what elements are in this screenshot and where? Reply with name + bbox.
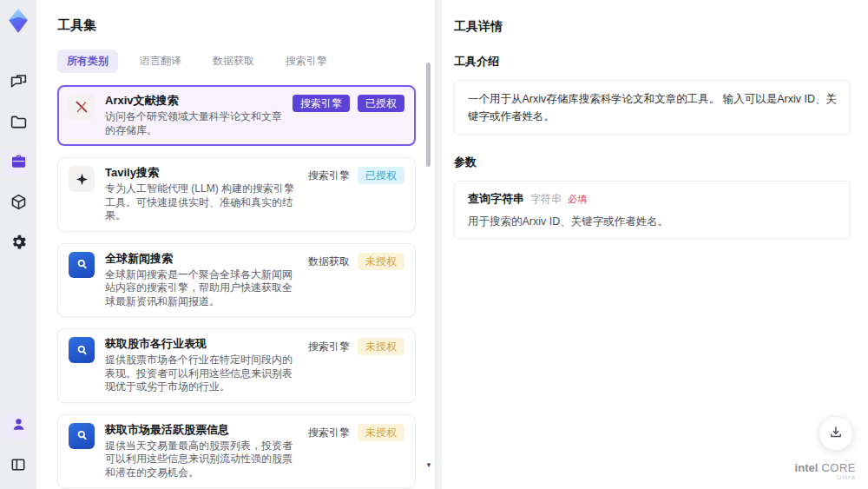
tool-name: Tavily搜索 [105,166,299,180]
tool-list: Arxiv文献搜索 访问各个研究领域大量科学论文和文章的存储库。 搜索引擎 已授… [57,85,416,489]
detail-title: 工具详情 [454,19,851,35]
tool-card[interactable]: Tavily搜索 专为人工智能代理 (LLM) 构建的搜索引擎工具。可快速提供实… [57,157,416,232]
list-scrollbar-thumb[interactable] [426,63,431,167]
params-heading: 参数 [454,155,851,170]
param-name: 查询字符串 [468,191,524,207]
panel-icon [10,456,27,476]
tool-meta: 搜索引擎 已授权 [293,94,404,112]
intel-core-sub: Ultra [795,474,856,482]
param-required-flag: 必填 [568,193,587,206]
category-tab[interactable]: 语言翻译 [130,50,191,73]
tool-meta: 搜索引擎 未授权 [308,337,404,355]
tool-detail-panel: 工具详情 工具介绍 一个用于从Arxiv存储库搜索科学论文和文章的工具。 输入可… [442,0,868,489]
tool-description: 全球新闻搜索是一个聚合全球各大新闻网站内容的搜索引擎，帮助用户快速获取全球最新资… [105,268,299,309]
tool-description: 专为人工智能代理 (LLM) 构建的搜索引擎工具。可快速提供实时、准确和真实的结… [105,182,299,223]
sidebar-item-settings[interactable] [5,230,31,256]
sidebar-item-account[interactable] [5,413,31,439]
tool-description: 访问各个研究领域大量科学论文和文章的存储库。 [105,110,284,137]
search-app-icon [69,252,95,278]
sidebar-item-models[interactable] [5,190,31,216]
tool-card[interactable]: Arxiv文献搜索 访问各个研究领域大量科学论文和文章的存储库。 搜索引擎 已授… [57,85,416,146]
search-app-icon [69,337,95,363]
gear-icon [10,233,28,254]
tool-info: Tavily搜索 专为人工智能代理 (LLM) 构建的搜索引擎工具。可快速提供实… [105,166,299,223]
intel-core-logo: intel CORE Ultra [795,462,856,482]
tool-card[interactable]: 获取市场最活跃股票信息 提供当天交易量最高的股票列表，投资者可以利用这些信息来识… [57,414,416,489]
sidebar-item-chat[interactable] [5,70,31,96]
tool-card[interactable]: 获取股市各行业表现 提供股票市场各个行业在特定时间段内的表现。投资者可以利用这些… [57,328,416,403]
tool-card[interactable]: 全球新闻搜索 全球新闻搜索是一个聚合全球各大新闻网站内容的搜索引擎，帮助用户快速… [57,243,416,318]
tool-name: 获取股市各行业表现 [105,337,299,351]
download-icon [828,425,844,443]
tool-meta: 搜索引擎 未授权 [308,423,404,441]
intro-box: 一个用于从Arxiv存储库搜索科学论文和文章的工具。 输入可以是Arxiv ID… [454,80,851,135]
arxiv-icon [69,94,95,120]
page-title: 工具集 [57,17,416,34]
category-tab[interactable]: 所有类别 [57,50,118,73]
tool-info: 获取市场最活跃股票信息 提供当天交易量最高的股票列表，投资者可以利用这些信息来识… [105,423,299,480]
tool-name: 全球新闻搜索 [105,252,299,266]
category-badge: 搜索引擎 [293,95,350,112]
app-logo[interactable] [7,9,30,36]
icon-rail [0,0,36,489]
auth-status-badge: 已授权 [358,95,404,112]
tool-name: 获取市场最活跃股票信息 [105,423,299,437]
category-badge: 搜索引擎 [308,167,350,184]
briefcase-icon [10,153,28,174]
intro-heading: 工具介绍 [454,54,851,69]
sidebar-item-tools[interactable] [5,150,31,176]
tool-info: 全球新闻搜索 全球新闻搜索是一个聚合全球各大新闻网站内容的搜索引擎，帮助用户快速… [105,252,299,309]
sidebar-item-files[interactable] [5,110,31,136]
category-tab[interactable]: 搜索引擎 [276,50,337,73]
chat-icon [10,73,28,94]
tool-name: Arxiv文献搜索 [105,94,284,108]
category-badge: 搜索引擎 [308,338,350,355]
auth-status-badge: 已授权 [358,167,404,184]
tool-description: 提供当天交易量最高的股票列表，投资者可以利用这些信息来识别流动性强的股票和潜在的… [105,439,299,480]
auth-status-badge: 未授权 [358,338,404,355]
category-tabs: 所有类别 语言翻译 数据获取 搜索引擎 [57,50,416,73]
category-tab[interactable]: 数据获取 [203,50,264,73]
tool-description: 提供股票市场各个行业在特定时间段内的表现。投资者可以利用这些信息来识别表现优于或… [105,354,299,394]
tools-list-panel: 工具集 所有类别 语言翻译 数据获取 搜索引擎 [36,0,436,489]
tool-info: Arxiv文献搜索 访问各个研究领域大量科学论文和文章的存储库。 [105,94,284,137]
auth-status-badge: 未授权 [358,253,404,270]
tool-info: 获取股市各行业表现 提供股票市场各个行业在特定时间段内的表现。投资者可以利用这些… [105,337,299,394]
param-type: 字符串 [530,192,562,207]
param-description: 用于搜索的Arxiv ID、关键字或作者姓名。 [468,215,837,229]
category-badge: 数据获取 [308,253,350,270]
folder-icon [10,113,28,134]
tool-meta: 搜索引擎 已授权 [308,166,404,184]
user-icon [10,416,27,435]
cube-icon [10,193,28,214]
param-header: 查询字符串 字符串 必填 [468,191,837,207]
app-window: 工具集 所有类别 语言翻译 数据获取 搜索引擎 [0,0,868,489]
param-box: 查询字符串 字符串 必填 用于搜索的Arxiv ID、关键字或作者姓名。 [454,181,851,240]
tool-meta: 数据获取 未授权 [308,252,404,270]
collapse-panel-button[interactable] [5,453,31,479]
category-badge: 搜索引擎 [308,424,350,441]
tavily-star-icon [69,166,95,192]
auth-status-badge: 未授权 [358,424,404,441]
scroll-down-arrow[interactable]: ▼ [425,461,432,469]
intro-text: 一个用于从Arxiv存储库搜索科学论文和文章的工具。 输入可以是Arxiv ID… [468,90,837,125]
search-app-icon [69,423,95,449]
download-button[interactable] [819,416,853,451]
panel-divider [436,0,442,489]
